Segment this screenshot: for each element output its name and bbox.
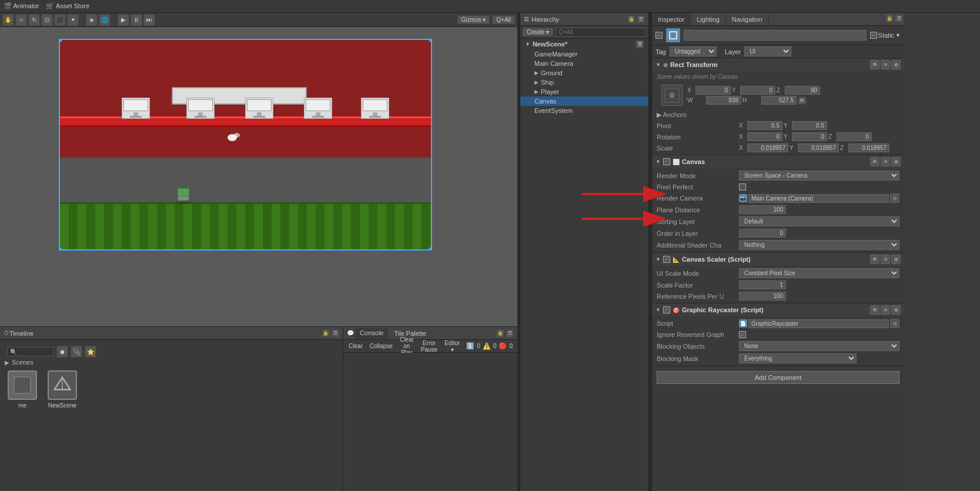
render-camera-input[interactable]	[748, 194, 889, 203]
rect-copy-btn[interactable]: ⧉	[870, 60, 879, 69]
static-dropdown-arrow[interactable]: ▼	[895, 32, 901, 38]
additional-shader-select[interactable]: Nothing	[739, 240, 899, 250]
pivot-y-input[interactable]	[792, 121, 827, 130]
hierarchy-item-1[interactable]: GameManager	[520, 49, 648, 59]
height-input[interactable]	[761, 96, 797, 105]
pivot-toggle[interactable]: ◈	[86, 14, 98, 26]
canvas-enabled-checkbox[interactable]	[663, 158, 670, 165]
render-mode-select[interactable]: Screen Space - Camera	[739, 171, 899, 181]
hierarchy-item-4[interactable]: ▶ Ship	[520, 78, 648, 87]
handle-br[interactable]	[429, 247, 432, 250]
raycaster-menu-btn[interactable]: ⚙	[891, 305, 901, 315]
scale-factor-input[interactable]	[739, 280, 786, 289]
scenes-collapse-arrow[interactable]: ▶	[5, 359, 9, 366]
inspector-tab[interactable]: Inspector	[652, 13, 691, 25]
scale-x-input[interactable]	[747, 143, 788, 152]
script-input[interactable]	[748, 319, 889, 328]
raycaster-paste-btn[interactable]: ⧈	[881, 305, 890, 315]
console-menu-btn[interactable]: ☰	[506, 329, 514, 338]
anchors-label[interactable]: ▶ Anchors	[657, 111, 739, 119]
asset-store-menu[interactable]: 🛒 Asset Store	[46, 2, 89, 10]
timeline-star-btn[interactable]: ⭐	[85, 346, 96, 358]
canvas-copy-btn[interactable]: ⧉	[870, 157, 879, 166]
rot-y-input[interactable]	[792, 132, 827, 141]
rect-paste-btn[interactable]: ⧈	[881, 60, 890, 69]
script-pick-btn[interactable]: ⊙	[890, 319, 899, 328]
sorting-layer-select[interactable]: Default	[739, 216, 899, 226]
static-checkbox[interactable]	[870, 32, 877, 39]
all-layers-btn[interactable]: Q+All	[492, 15, 515, 24]
hierarchy-extra-btn[interactable]: ☰	[636, 40, 644, 48]
play-btn[interactable]: ▶	[118, 14, 129, 26]
graphic-raycaster-header[interactable]: ▼ 🎯 Graphic Raycaster (Script) ⧉ ⧈ ⚙	[652, 303, 904, 316]
pos-y-input[interactable]	[740, 86, 775, 95]
canvas-scaler-header[interactable]: ▼ 📐 Canvas Scaler (Script) ⧉ ⧈ ⚙	[652, 253, 904, 266]
pause-btn[interactable]: ⏸	[131, 14, 142, 26]
canvas-menu-btn[interactable]: ⚙	[891, 157, 901, 166]
timeline-tab[interactable]: Timeline	[9, 330, 34, 337]
translate-tool[interactable]: ⊹	[15, 14, 27, 26]
navigation-tab[interactable]: Navigation	[726, 13, 769, 25]
console-lock-btn[interactable]: 🔒	[496, 329, 504, 338]
add-component-btn[interactable]: Add Component	[657, 371, 899, 384]
ref-pixels-input[interactable]	[739, 292, 786, 300]
console-tab[interactable]: Console	[355, 328, 388, 339]
hierarchy-item-5[interactable]: ▶ Player	[520, 87, 648, 96]
render-camera-pick-btn[interactable]: ⊙	[890, 193, 899, 203]
raycaster-copy-btn[interactable]: ⧉	[870, 305, 879, 315]
editor-btn[interactable]: Editor ▾	[441, 339, 463, 353]
scene-item-me[interactable]: me	[5, 370, 40, 409]
rect-tool[interactable]: ⬛	[54, 14, 66, 26]
tag-select[interactable]: Untagged	[670, 46, 717, 56]
hierarchy-item-0[interactable]: ▼ NewScene* ☰	[520, 39, 648, 49]
object-active-checkbox[interactable]	[655, 32, 663, 39]
layer-select[interactable]: UI	[744, 46, 791, 56]
rect-transform-header[interactable]: ▼ ⊕ Rect Transform ⧉ ⧈ ⚙	[652, 58, 904, 71]
raycaster-enabled-checkbox[interactable]	[663, 306, 670, 313]
blocking-objects-select[interactable]: None	[739, 341, 899, 351]
global-toggle[interactable]: 🌐	[99, 14, 111, 26]
timeline-menu-btn[interactable]: ☰	[331, 329, 339, 338]
timeline-search[interactable]	[7, 347, 54, 356]
hierarchy-lock-btn[interactable]: 🔒	[627, 15, 636, 24]
timeline-record-btn[interactable]: ⏺	[56, 346, 68, 358]
create-btn[interactable]: Create ▾	[523, 28, 553, 36]
ui-scale-mode-select[interactable]: Constant Pixel Size	[739, 268, 899, 278]
scale-tool[interactable]: ⊡	[41, 14, 53, 26]
timeline-lock-btn[interactable]: 🔒	[322, 329, 330, 338]
order-in-layer-input[interactable]	[739, 229, 786, 238]
plane-distance-input[interactable]	[739, 205, 786, 214]
rotate-tool[interactable]: ↻	[28, 14, 40, 26]
pivot-x-input[interactable]	[747, 121, 782, 130]
transform-tool[interactable]: ✦	[67, 14, 79, 26]
pos-x-input[interactable]	[695, 86, 731, 95]
canvas-component-header[interactable]: ▼ ⬜ Canvas ⧉ ⧈ ⚙	[652, 155, 904, 168]
hierarchy-item-2[interactable]: Main Camera	[520, 59, 648, 68]
hierarchy-item-3[interactable]: ▶ Ground	[520, 68, 648, 78]
scale-y-input[interactable]	[798, 143, 839, 152]
scale-z-input[interactable]	[848, 143, 889, 152]
scaler-copy-btn[interactable]: ⧉	[870, 255, 879, 264]
scaler-menu-btn[interactable]: ⚙	[891, 255, 901, 264]
pixel-perfect-checkbox[interactable]	[739, 183, 746, 191]
scene-item-newscene[interactable]: NewScene	[45, 370, 80, 409]
rot-x-input[interactable]	[747, 132, 782, 141]
scaler-enabled-checkbox[interactable]	[663, 256, 670, 263]
inspector-lock-btn[interactable]: 🔒	[885, 14, 894, 22]
canvas-paste-btn[interactable]: ⧈	[881, 157, 890, 166]
hierarchy-item-7[interactable]: EventSystem	[520, 106, 648, 115]
timeline-clip-btn[interactable]: 📎	[71, 346, 82, 358]
anchor-diagram[interactable]	[661, 85, 683, 106]
move-tool[interactable]: ✋	[2, 14, 14, 26]
lighting-tab[interactable]: Lighting	[691, 13, 726, 25]
animator-menu[interactable]: 🎬 Animator	[4, 2, 39, 10]
ignore-reversed-checkbox[interactable]	[739, 331, 746, 338]
error-pause-btn[interactable]: Error Pause	[418, 339, 440, 353]
rot-z-input[interactable]	[837, 132, 872, 141]
r-btn[interactable]: R	[798, 96, 807, 105]
blocking-mask-select[interactable]: Everything	[739, 353, 857, 363]
handle-tr[interactable]	[429, 39, 432, 42]
hierarchy-item-6[interactable]: Canvas	[520, 96, 648, 106]
collapse-btn[interactable]: Collapse	[367, 342, 396, 350]
scaler-paste-btn[interactable]: ⧈	[881, 255, 890, 264]
